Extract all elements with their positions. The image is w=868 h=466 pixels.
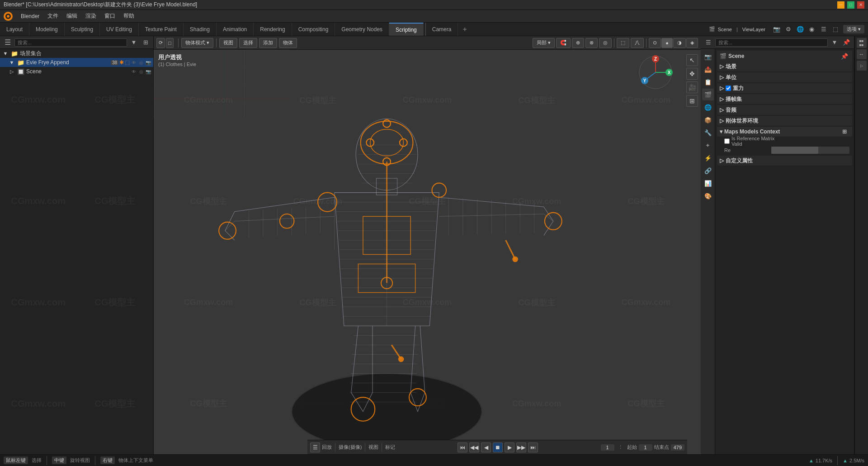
tab-modeling[interactable]: Modeling <box>29 23 65 36</box>
render-shading[interactable]: ◈ <box>686 38 698 48</box>
back-btn[interactable]: ◀ <box>481 442 491 452</box>
viewport-gizmo[interactable]: Z X Y <box>637 54 674 90</box>
properties-sync-icon[interactable]: 📌 <box>841 38 851 48</box>
outliner-item-scene[interactable]: ▷ 🔲 Scene 👁 ◎ 📷 <box>0 67 153 76</box>
properties-menu-icon[interactable]: ☰ <box>703 38 713 48</box>
timeline-menu-icon[interactable]: ☰ <box>310 442 320 452</box>
right-panel-btn1[interactable]: ■■■■ <box>857 38 867 48</box>
menu-render[interactable]: 渲染 <box>82 11 100 21</box>
output-tab[interactable]: 📤 <box>702 63 714 75</box>
tab-rendering[interactable]: Rendering <box>254 23 292 36</box>
material-shading[interactable]: ◑ <box>673 38 686 48</box>
viewport-draw-icon[interactable]: □ <box>166 38 174 48</box>
cursor-tool[interactable]: ↖ <box>686 54 698 66</box>
tab-texture-paint[interactable]: Texture Paint <box>139 23 184 36</box>
view-tab[interactable]: 📋 <box>702 76 714 88</box>
minimize-button[interactable]: ─ <box>837 1 844 9</box>
shading-icon[interactable]: ◉ <box>807 24 817 34</box>
fwd-btn[interactable]: ▶▶ <box>516 442 526 452</box>
view-menu[interactable]: 视图 <box>219 38 237 48</box>
menu-edit[interactable]: 编辑 <box>63 11 81 21</box>
tab-camera[interactable]: Camera <box>425 23 458 36</box>
right-panel-btn2[interactable]: ↔ <box>857 49 867 59</box>
solid-shading[interactable]: ● <box>661 38 673 48</box>
object-mode-dropdown[interactable]: 物体模式 ▾ <box>181 38 213 48</box>
evie-select-icon[interactable]: ◎ <box>138 60 144 65</box>
render-tab[interactable]: 📷 <box>702 51 714 62</box>
scene-tab[interactable]: 🎬 <box>702 89 714 100</box>
play-btn[interactable]: ▶ <box>505 442 514 452</box>
properties-search[interactable] <box>715 38 828 47</box>
tab-animation[interactable]: Animation <box>217 23 254 36</box>
section-scene-header[interactable]: ▷ 场景 <box>717 62 852 71</box>
region-toggle[interactable]: 局部 ▾ <box>533 38 555 48</box>
particles-tab[interactable]: ✦ <box>702 139 714 151</box>
pivot-btn[interactable]: ⊗ <box>585 38 598 48</box>
tab-sculpting[interactable]: Sculpting <box>65 23 100 36</box>
gravity-checkbox[interactable] <box>726 86 731 91</box>
is-reference-checkbox[interactable] <box>724 138 730 144</box>
data-tab[interactable]: 📊 <box>702 177 714 189</box>
scene-render-icon[interactable]: 📷 <box>145 69 151 74</box>
world-tab[interactable]: 🌐 <box>702 101 714 113</box>
section-custom-header[interactable]: ▷ 自定义属性 <box>717 156 852 166</box>
menu-blender[interactable]: Blender <box>17 12 43 20</box>
proportional-edit[interactable]: ◎ <box>599 38 612 48</box>
section-gravity-header[interactable]: ▷ 重力 <box>717 83 852 93</box>
viewport[interactable]: ⟳ □ 物体模式 ▾ 视图 选择 添加 物体 局部 ▾ 🧲 ⊕ ⊗ <box>154 36 701 454</box>
tab-shading[interactable]: Shading <box>184 23 217 36</box>
outliner-item-evie-frye[interactable]: ▼ 📁 Evie Frye Append 38 ✱ ⬚ 👁 ◎ 📷 <box>0 58 153 67</box>
evie-eye-icon[interactable]: 👁 <box>131 60 137 65</box>
jump-end-btn[interactable]: ⏭ <box>528 442 538 452</box>
section-frame-header[interactable]: ▷ 播帧集 <box>717 94 852 104</box>
physics-tab[interactable]: ⚡ <box>702 152 714 164</box>
scene-name[interactable]: Scene <box>718 27 732 32</box>
menu-file[interactable]: 文件 <box>44 11 62 21</box>
render-settings-icon[interactable]: ⚙ <box>783 24 793 34</box>
scene-eye-icon[interactable]: 👁 <box>131 69 137 74</box>
xray-icon[interactable]: ⬚ <box>830 24 840 34</box>
modifier-tab[interactable]: 🔧 <box>702 127 714 138</box>
outliner-menu-icon[interactable]: ☰ <box>3 38 13 48</box>
frame-end-value[interactable]: 479 <box>671 444 684 451</box>
snap-btn[interactable]: 🧲 <box>556 38 571 48</box>
frame-start-value[interactable]: 1 <box>639 444 652 451</box>
scene-select-icon[interactable]: ◎ <box>138 69 144 74</box>
tab-scripting[interactable]: Scripting <box>389 23 424 36</box>
menu-help[interactable]: 帮助 <box>120 11 138 21</box>
transform-btn[interactable]: ⊕ <box>572 38 584 48</box>
wireframe-shading[interactable]: ⊙ <box>649 38 661 48</box>
section-rigid-header[interactable]: ▷ 刚体世界环境 <box>717 116 852 126</box>
section-audio-header[interactable]: ▷ 音频 <box>717 105 852 115</box>
overlay-toggle[interactable]: ⬚ <box>617 38 629 48</box>
close-button[interactable]: ✕ <box>857 1 864 9</box>
properties-filter-icon[interactable]: ▼ <box>830 38 840 48</box>
menu-window[interactable]: 窗口 <box>101 11 119 21</box>
options-button[interactable]: 选项 ▾ <box>843 25 864 33</box>
right-panel-btn3[interactable]: ▷ <box>857 61 867 71</box>
tab-geometry-nodes[interactable]: Geometry Nodes <box>335 23 389 36</box>
object-tab[interactable]: 📦 <box>702 114 714 126</box>
current-frame[interactable]: 1 <box>601 444 614 451</box>
constraints-tab[interactable]: 🔗 <box>702 165 714 176</box>
render-icon[interactable]: 📷 <box>772 24 782 34</box>
stop-btn[interactable]: ⏹ <box>493 442 503 452</box>
grid-tool[interactable]: ⊞ <box>686 95 698 107</box>
section-maps-header[interactable]: ▾ Maps Models Context ⊞ <box>717 127 852 137</box>
viewport-mode-icon[interactable]: ⟳ <box>156 38 165 48</box>
evie-render-icon[interactable]: 📷 <box>145 60 151 65</box>
maximize-button[interactable]: □ <box>847 1 854 9</box>
object-menu[interactable]: 物体 <box>279 38 297 48</box>
jump-back-btn[interactable]: ◀◀ <box>469 442 479 452</box>
view-layer-name[interactable]: ViewLayer <box>742 27 765 32</box>
move-tool[interactable]: ✥ <box>686 68 698 80</box>
outliner-search[interactable] <box>14 38 127 47</box>
tab-add-button[interactable]: + <box>458 23 471 36</box>
section-maps-options[interactable]: ⊞ <box>840 127 849 137</box>
section-units-header[interactable]: ▷ 单位 <box>717 72 852 82</box>
camera-tool[interactable]: 🎥 <box>686 81 698 93</box>
jump-start-btn[interactable]: ⏮ <box>458 442 467 452</box>
tab-uv-editing[interactable]: UV Editing <box>100 23 139 36</box>
re-bar[interactable] <box>771 147 849 154</box>
outliner-item-scene-collection[interactable]: ▼ 📁 场景集合 <box>0 49 153 58</box>
